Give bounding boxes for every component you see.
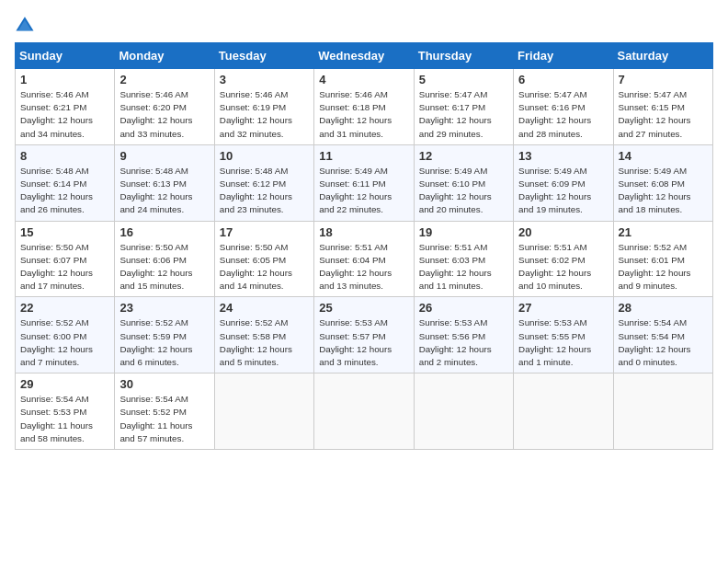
calendar-cell: 2Sunrise: 5:46 AM Sunset: 6:20 PM Daylig… bbox=[115, 69, 214, 145]
calendar-cell: 25Sunrise: 5:53 AM Sunset: 5:57 PM Dayli… bbox=[314, 297, 414, 373]
day-info: Sunrise: 5:52 AM Sunset: 5:58 PM Dayligh… bbox=[220, 316, 309, 369]
day-info: Sunrise: 5:51 AM Sunset: 6:02 PM Dayligh… bbox=[518, 241, 608, 293]
calendar-cell: 1Sunrise: 5:46 AM Sunset: 6:21 PM Daylig… bbox=[16, 69, 115, 145]
day-number: 12 bbox=[419, 149, 508, 163]
calendar-week-4: 22Sunrise: 5:52 AM Sunset: 6:00 PM Dayli… bbox=[16, 297, 713, 373]
day-info: Sunrise: 5:49 AM Sunset: 6:10 PM Dayligh… bbox=[419, 165, 508, 217]
day-number: 16 bbox=[119, 225, 209, 239]
calendar-week-3: 15Sunrise: 5:50 AM Sunset: 6:07 PM Dayli… bbox=[16, 221, 713, 297]
calendar-cell: 14Sunrise: 5:49 AM Sunset: 6:08 PM Dayli… bbox=[613, 144, 712, 221]
calendar-cell: 24Sunrise: 5:52 AM Sunset: 5:58 PM Dayli… bbox=[214, 297, 313, 373]
header-day-sunday: Sunday bbox=[16, 43, 115, 69]
day-info: Sunrise: 5:46 AM Sunset: 6:20 PM Dayligh… bbox=[119, 88, 209, 141]
day-number: 19 bbox=[419, 225, 508, 239]
day-number: 28 bbox=[619, 301, 708, 315]
calendar-cell: 21Sunrise: 5:52 AM Sunset: 6:01 PM Dayli… bbox=[613, 221, 712, 297]
calendar-cell: 30Sunrise: 5:54 AM Sunset: 5:52 PM Dayli… bbox=[115, 373, 214, 450]
calendar-cell: 7Sunrise: 5:47 AM Sunset: 6:15 PM Daylig… bbox=[613, 69, 712, 145]
calendar-body: 1Sunrise: 5:46 AM Sunset: 6:21 PM Daylig… bbox=[16, 69, 713, 450]
day-number: 26 bbox=[419, 301, 508, 315]
calendar-cell bbox=[514, 373, 613, 450]
day-number: 22 bbox=[20, 301, 109, 315]
day-number: 30 bbox=[119, 377, 209, 391]
day-info: Sunrise: 5:47 AM Sunset: 6:16 PM Dayligh… bbox=[518, 88, 608, 141]
calendar-header-row: SundayMondayTuesdayWednesdayThursdayFrid… bbox=[16, 43, 713, 69]
day-number: 15 bbox=[20, 225, 109, 239]
header-day-monday: Monday bbox=[115, 43, 214, 69]
day-info: Sunrise: 5:49 AM Sunset: 6:09 PM Dayligh… bbox=[518, 165, 608, 217]
day-number: 23 bbox=[119, 301, 209, 315]
calendar-cell: 9Sunrise: 5:48 AM Sunset: 6:13 PM Daylig… bbox=[115, 144, 214, 221]
day-info: Sunrise: 5:51 AM Sunset: 6:04 PM Dayligh… bbox=[319, 241, 408, 293]
day-number: 17 bbox=[220, 225, 309, 239]
day-info: Sunrise: 5:52 AM Sunset: 5:59 PM Dayligh… bbox=[119, 316, 209, 369]
day-info: Sunrise: 5:50 AM Sunset: 6:06 PM Dayligh… bbox=[119, 241, 209, 293]
day-number: 1 bbox=[20, 73, 109, 86]
day-number: 29 bbox=[20, 377, 109, 391]
day-number: 27 bbox=[518, 301, 608, 315]
day-info: Sunrise: 5:50 AM Sunset: 6:07 PM Dayligh… bbox=[20, 241, 109, 293]
calendar-cell: 18Sunrise: 5:51 AM Sunset: 6:04 PM Dayli… bbox=[314, 221, 414, 297]
calendar-week-2: 8Sunrise: 5:48 AM Sunset: 6:14 PM Daylig… bbox=[16, 144, 713, 221]
day-info: Sunrise: 5:47 AM Sunset: 6:15 PM Dayligh… bbox=[619, 88, 708, 141]
day-number: 21 bbox=[619, 225, 708, 239]
calendar-table: SundayMondayTuesdayWednesdayThursdayFrid… bbox=[15, 42, 713, 450]
day-number: 10 bbox=[220, 149, 309, 163]
day-info: Sunrise: 5:46 AM Sunset: 6:19 PM Dayligh… bbox=[220, 88, 309, 141]
day-info: Sunrise: 5:50 AM Sunset: 6:05 PM Dayligh… bbox=[220, 241, 309, 293]
day-info: Sunrise: 5:46 AM Sunset: 6:21 PM Dayligh… bbox=[20, 88, 109, 141]
day-number: 6 bbox=[518, 73, 608, 86]
day-info: Sunrise: 5:52 AM Sunset: 6:00 PM Dayligh… bbox=[20, 316, 109, 369]
day-info: Sunrise: 5:51 AM Sunset: 6:03 PM Dayligh… bbox=[419, 241, 508, 293]
day-info: Sunrise: 5:46 AM Sunset: 6:18 PM Dayligh… bbox=[319, 88, 408, 141]
calendar-cell: 23Sunrise: 5:52 AM Sunset: 5:59 PM Dayli… bbox=[115, 297, 214, 373]
calendar-cell: 26Sunrise: 5:53 AM Sunset: 5:56 PM Dayli… bbox=[414, 297, 513, 373]
calendar-cell: 3Sunrise: 5:46 AM Sunset: 6:19 PM Daylig… bbox=[214, 69, 313, 145]
day-number: 13 bbox=[518, 149, 608, 163]
header-day-tuesday: Tuesday bbox=[214, 43, 313, 69]
day-info: Sunrise: 5:49 AM Sunset: 6:08 PM Dayligh… bbox=[619, 165, 708, 217]
day-number: 2 bbox=[119, 73, 209, 86]
day-number: 7 bbox=[619, 73, 708, 86]
calendar-cell: 19Sunrise: 5:51 AM Sunset: 6:03 PM Dayli… bbox=[414, 221, 513, 297]
day-info: Sunrise: 5:48 AM Sunset: 6:12 PM Dayligh… bbox=[220, 165, 309, 217]
calendar-cell: 22Sunrise: 5:52 AM Sunset: 6:00 PM Dayli… bbox=[16, 297, 115, 373]
header-day-wednesday: Wednesday bbox=[314, 43, 414, 69]
page-header bbox=[15, 15, 713, 35]
logo-icon bbox=[15, 15, 35, 35]
calendar-week-5: 29Sunrise: 5:54 AM Sunset: 5:53 PM Dayli… bbox=[16, 373, 713, 450]
day-number: 4 bbox=[319, 73, 408, 86]
calendar-cell bbox=[314, 373, 414, 450]
day-info: Sunrise: 5:54 AM Sunset: 5:52 PM Dayligh… bbox=[119, 393, 209, 445]
day-number: 24 bbox=[220, 301, 309, 315]
calendar-cell: 15Sunrise: 5:50 AM Sunset: 6:07 PM Dayli… bbox=[16, 221, 115, 297]
day-info: Sunrise: 5:54 AM Sunset: 5:53 PM Dayligh… bbox=[20, 393, 109, 445]
day-number: 18 bbox=[319, 225, 408, 239]
day-number: 3 bbox=[220, 73, 309, 86]
day-info: Sunrise: 5:53 AM Sunset: 5:57 PM Dayligh… bbox=[319, 316, 408, 369]
calendar-cell bbox=[613, 373, 712, 450]
calendar-cell: 13Sunrise: 5:49 AM Sunset: 6:09 PM Dayli… bbox=[514, 144, 613, 221]
day-number: 9 bbox=[119, 149, 209, 163]
calendar-cell: 17Sunrise: 5:50 AM Sunset: 6:05 PM Dayli… bbox=[214, 221, 313, 297]
day-number: 5 bbox=[419, 73, 508, 86]
calendar-week-1: 1Sunrise: 5:46 AM Sunset: 6:21 PM Daylig… bbox=[16, 69, 713, 145]
day-info: Sunrise: 5:54 AM Sunset: 5:54 PM Dayligh… bbox=[619, 316, 708, 369]
day-info: Sunrise: 5:52 AM Sunset: 6:01 PM Dayligh… bbox=[619, 241, 708, 293]
calendar-cell: 10Sunrise: 5:48 AM Sunset: 6:12 PM Dayli… bbox=[214, 144, 313, 221]
calendar-cell: 6Sunrise: 5:47 AM Sunset: 6:16 PM Daylig… bbox=[514, 69, 613, 145]
day-info: Sunrise: 5:53 AM Sunset: 5:56 PM Dayligh… bbox=[419, 316, 508, 369]
calendar-cell: 5Sunrise: 5:47 AM Sunset: 6:17 PM Daylig… bbox=[414, 69, 513, 145]
calendar-cell: 12Sunrise: 5:49 AM Sunset: 6:10 PM Dayli… bbox=[414, 144, 513, 221]
day-number: 8 bbox=[20, 149, 109, 163]
calendar-cell: 27Sunrise: 5:53 AM Sunset: 5:55 PM Dayli… bbox=[514, 297, 613, 373]
header-day-saturday: Saturday bbox=[613, 43, 712, 69]
calendar-cell: 29Sunrise: 5:54 AM Sunset: 5:53 PM Dayli… bbox=[16, 373, 115, 450]
logo bbox=[15, 15, 39, 35]
header-day-friday: Friday bbox=[514, 43, 613, 69]
day-info: Sunrise: 5:53 AM Sunset: 5:55 PM Dayligh… bbox=[518, 316, 608, 369]
calendar-cell bbox=[214, 373, 313, 450]
header-day-thursday: Thursday bbox=[414, 43, 513, 69]
calendar-cell: 20Sunrise: 5:51 AM Sunset: 6:02 PM Dayli… bbox=[514, 221, 613, 297]
day-info: Sunrise: 5:48 AM Sunset: 6:13 PM Dayligh… bbox=[119, 165, 209, 217]
